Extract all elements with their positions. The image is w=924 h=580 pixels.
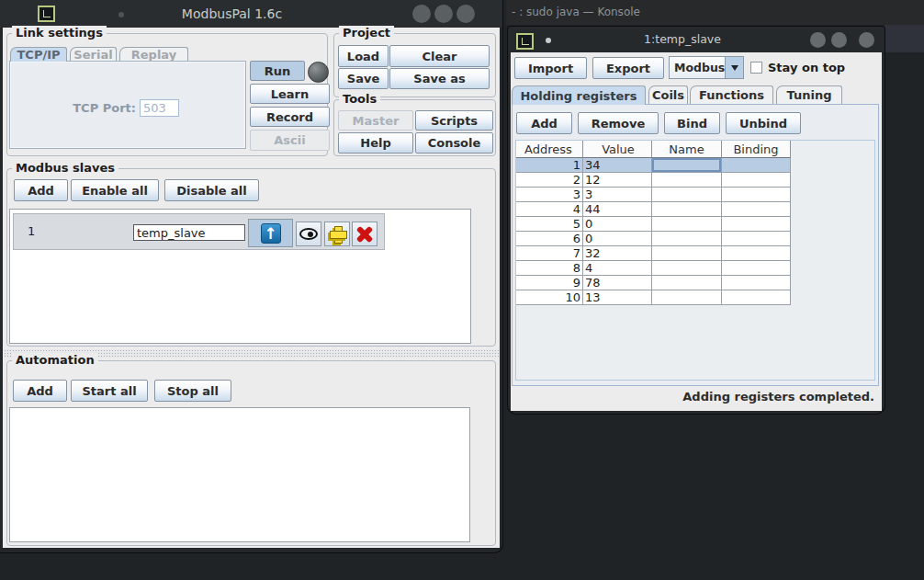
- table-cell[interactable]: 34: [583, 158, 652, 173]
- table-cell[interactable]: [652, 188, 722, 202]
- table-cell[interactable]: 8: [516, 261, 583, 276]
- run-button[interactable]: Run: [250, 61, 305, 81]
- add-register-button[interactable]: Add: [516, 112, 572, 134]
- table-cell[interactable]: [722, 261, 791, 276]
- column-header-name[interactable]: Name: [652, 141, 722, 158]
- slave-titlebar[interactable]: 1:temp_slave: [508, 27, 885, 52]
- tab-coils[interactable]: Coils: [648, 85, 688, 104]
- minimize-button[interactable]: [810, 32, 826, 48]
- table-row[interactable]: 444: [516, 202, 791, 217]
- table-cell[interactable]: [722, 246, 791, 261]
- save-as-button[interactable]: Save as: [389, 68, 490, 89]
- konsole-titlebar[interactable]: - : sudo java — Konsole: [506, 0, 924, 25]
- add-automation-button[interactable]: Add: [13, 380, 67, 402]
- table-cell[interactable]: 4: [583, 261, 652, 276]
- column-header-binding[interactable]: Binding: [722, 141, 791, 158]
- table-cell[interactable]: [652, 158, 722, 173]
- table-cell[interactable]: 4: [516, 202, 583, 217]
- table-row[interactable]: 732: [516, 246, 791, 261]
- table-cell[interactable]: 2: [516, 173, 583, 188]
- table-cell[interactable]: 1: [516, 158, 583, 173]
- clear-button[interactable]: Clear: [389, 45, 490, 67]
- slave-view-button[interactable]: [296, 222, 321, 246]
- table-cell[interactable]: [652, 276, 722, 290]
- table-cell[interactable]: 5: [516, 217, 583, 232]
- slave-row[interactable]: 1 ↑: [13, 213, 385, 250]
- load-button[interactable]: Load: [338, 45, 389, 67]
- close-button[interactable]: [456, 5, 475, 23]
- enable-all-button[interactable]: Enable all: [71, 179, 159, 201]
- tcp-port-field[interactable]: [140, 99, 179, 117]
- maximize-button[interactable]: [434, 5, 453, 23]
- learn-button[interactable]: Learn: [250, 84, 330, 104]
- table-cell[interactable]: 10: [516, 290, 583, 305]
- column-header-value[interactable]: Value: [583, 141, 652, 158]
- help-button[interactable]: Help: [338, 132, 413, 154]
- table-cell[interactable]: [652, 290, 722, 305]
- table-cell[interactable]: [652, 246, 722, 261]
- table-cell[interactable]: [722, 217, 791, 232]
- save-button[interactable]: Save: [338, 68, 389, 89]
- tab-holding-registers[interactable]: Holding registers: [512, 85, 646, 105]
- table-cell[interactable]: [722, 158, 791, 173]
- slave-delete-button[interactable]: [352, 222, 377, 246]
- table-cell[interactable]: [722, 232, 791, 246]
- slave-name-field[interactable]: [133, 224, 245, 241]
- table-row[interactable]: 84: [516, 261, 791, 276]
- remove-register-button[interactable]: Remove: [578, 112, 659, 134]
- table-cell[interactable]: 3: [516, 188, 583, 202]
- record-button[interactable]: Record: [250, 107, 330, 127]
- table-cell[interactable]: [722, 290, 791, 305]
- table-cell[interactable]: 12: [583, 173, 652, 188]
- table-cell[interactable]: 3: [583, 188, 652, 202]
- maximize-button[interactable]: [831, 32, 847, 48]
- tab-functions[interactable]: Functions: [690, 85, 773, 104]
- tab-replay[interactable]: Replay: [119, 47, 188, 62]
- minimize-button[interactable]: [412, 5, 431, 23]
- stop-all-button[interactable]: Stop all: [154, 380, 231, 402]
- tab-tcpip[interactable]: TCP/IP: [10, 47, 67, 62]
- table-cell[interactable]: [722, 188, 791, 202]
- table-row[interactable]: 978: [516, 276, 791, 290]
- stay-on-top-checkbox[interactable]: [750, 62, 762, 74]
- table-row[interactable]: 50: [516, 217, 791, 232]
- table-cell[interactable]: [652, 217, 722, 232]
- table-cell[interactable]: [722, 276, 791, 290]
- table-row[interactable]: 212: [516, 173, 791, 188]
- table-cell[interactable]: [652, 232, 722, 246]
- table-cell[interactable]: [722, 173, 791, 188]
- table-row[interactable]: 1013: [516, 290, 791, 305]
- tab-serial[interactable]: Serial: [70, 47, 117, 62]
- table-cell[interactable]: 44: [583, 202, 652, 217]
- tab-tuning[interactable]: Tuning: [776, 85, 842, 104]
- table-cell[interactable]: 78: [583, 276, 652, 290]
- column-header-address[interactable]: Address: [516, 141, 583, 158]
- table-cell[interactable]: 6: [516, 232, 583, 246]
- close-button[interactable]: [859, 32, 874, 48]
- table-cell[interactable]: 0: [583, 232, 652, 246]
- table-cell[interactable]: 7: [516, 246, 583, 261]
- table-cell[interactable]: [652, 202, 722, 217]
- console-button[interactable]: Console: [415, 132, 493, 154]
- slave-enable-toggle[interactable]: ↑: [248, 219, 293, 247]
- table-cell[interactable]: [652, 261, 722, 276]
- start-all-button[interactable]: Start all: [71, 380, 148, 402]
- import-button[interactable]: Import: [514, 57, 587, 79]
- bind-button[interactable]: Bind: [664, 112, 720, 134]
- scripts-button[interactable]: Scripts: [415, 110, 493, 131]
- table-row[interactable]: 60: [516, 232, 791, 246]
- slave-duplicate-button[interactable]: [324, 222, 350, 246]
- export-button[interactable]: Export: [592, 57, 664, 79]
- disable-all-button[interactable]: Disable all: [164, 179, 259, 201]
- modbus-combobox[interactable]: Modbus: [669, 56, 744, 79]
- unbind-button[interactable]: Unbind: [726, 112, 801, 134]
- table-cell[interactable]: 32: [583, 246, 652, 261]
- table-cell[interactable]: [722, 202, 791, 217]
- modbuspal-titlebar[interactable]: ModbusPal 1.6c: [0, 0, 502, 28]
- table-row[interactable]: 134: [516, 158, 791, 173]
- table-cell[interactable]: 0: [583, 217, 652, 232]
- add-slave-button[interactable]: Add: [14, 179, 68, 201]
- table-cell[interactable]: 9: [516, 276, 583, 290]
- table-cell[interactable]: [652, 173, 722, 188]
- table-row[interactable]: 33: [516, 188, 791, 202]
